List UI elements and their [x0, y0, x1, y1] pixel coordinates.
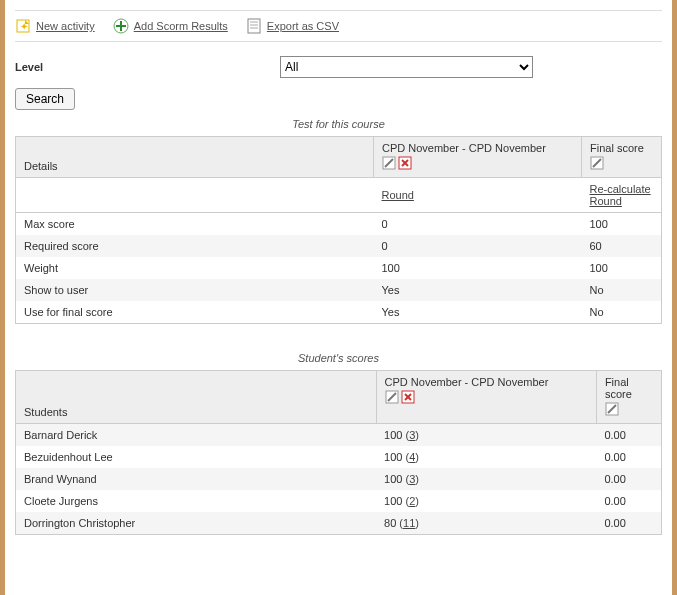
- round-link[interactable]: Round: [382, 189, 414, 201]
- sub-cpd: Round: [374, 178, 582, 213]
- new-activity-link[interactable]: ✦ New activity: [15, 18, 95, 34]
- attempts-link[interactable]: 11: [403, 517, 415, 529]
- student-score: 80 (11): [376, 512, 596, 535]
- row-final: 100: [582, 257, 662, 279]
- student-final: 0.00: [596, 446, 661, 468]
- row-final: No: [582, 279, 662, 301]
- scores-caption: Student's scores: [15, 352, 662, 364]
- export-csv-label: Export as CSV: [267, 20, 339, 32]
- add-scorm-label: Add Scorm Results: [134, 20, 228, 32]
- svg-text:✦: ✦: [20, 21, 28, 32]
- th-final-label: Final score: [590, 142, 644, 154]
- plus-icon: [113, 18, 129, 34]
- student-name: Dorrington Christopher: [16, 512, 377, 535]
- th-students: Students: [16, 371, 377, 424]
- svg-rect-6: [248, 19, 260, 33]
- row-label: Required score: [16, 235, 374, 257]
- tests-caption: Test for this course: [15, 118, 662, 130]
- table-row: Barnard Derick100 (3)0.00: [16, 424, 662, 447]
- student-score: 100 (4): [376, 446, 596, 468]
- edit-icon[interactable]: [590, 156, 604, 172]
- row-cpd: 0: [374, 235, 582, 257]
- filter-row: Level All: [15, 56, 662, 78]
- row-cpd: 0: [374, 213, 582, 236]
- edit-icon[interactable]: [605, 402, 619, 418]
- row-final: 100: [582, 213, 662, 236]
- svg-rect-5: [116, 25, 126, 27]
- row-label: Weight: [16, 257, 374, 279]
- table-row: Show to user Yes No: [16, 279, 662, 301]
- th-cpd: CPD November - CPD November: [374, 137, 582, 178]
- table-row: Brand Wynand100 (3)0.00: [16, 468, 662, 490]
- row-final: 60: [582, 235, 662, 257]
- th-cpd2: CPD November - CPD November: [376, 371, 596, 424]
- th-details-label: Details: [24, 160, 58, 172]
- row-label: Use for final score: [16, 301, 374, 324]
- table-row: Use for final score Yes No: [16, 301, 662, 324]
- row-label: Show to user: [16, 279, 374, 301]
- student-score: 100 (2): [376, 490, 596, 512]
- th-final2-label: Final score: [605, 376, 632, 400]
- edit-icon[interactable]: [385, 390, 399, 406]
- student-score: 100 (3): [376, 424, 596, 447]
- level-label: Level: [15, 61, 280, 73]
- scores-table: Students CPD November - CPD November Fin: [15, 370, 662, 535]
- sub-empty: [16, 178, 374, 213]
- export-csv-link[interactable]: Export as CSV: [246, 18, 339, 34]
- level-select[interactable]: All: [280, 56, 533, 78]
- edit-icon[interactable]: [382, 156, 396, 172]
- th-details: Details: [16, 137, 374, 178]
- row-final: No: [582, 301, 662, 324]
- add-scorm-link[interactable]: Add Scorm Results: [113, 18, 228, 34]
- row-label: Max score: [16, 213, 374, 236]
- new-activity-icon: ✦: [15, 18, 31, 34]
- th-students-label: Students: [24, 406, 67, 418]
- tests-table: Details CPD November - CPD November Fina: [15, 136, 662, 324]
- student-name: Barnard Derick: [16, 424, 377, 447]
- table-row: Bezuidenhout Lee100 (4)0.00: [16, 446, 662, 468]
- student-final: 0.00: [596, 512, 661, 535]
- student-final: 0.00: [596, 468, 661, 490]
- toolbar: ✦ New activity Add Scorm Results Export …: [15, 10, 662, 42]
- th-final: Final score: [582, 137, 662, 178]
- row-cpd: 100: [374, 257, 582, 279]
- table-row: Cloete Jurgens100 (2)0.00: [16, 490, 662, 512]
- sub-final: Re-calculate Round: [582, 178, 662, 213]
- export-icon: [246, 18, 262, 34]
- th-cpd-label: CPD November - CPD November: [382, 142, 546, 154]
- student-name: Bezuidenhout Lee: [16, 446, 377, 468]
- table-row: Dorrington Christopher80 (11)0.00: [16, 512, 662, 535]
- table-row: Max score 0 100: [16, 213, 662, 236]
- delete-icon[interactable]: [398, 156, 412, 172]
- delete-icon[interactable]: [401, 390, 415, 406]
- table-row: Required score 0 60: [16, 235, 662, 257]
- row-cpd: Yes: [374, 279, 582, 301]
- th-final2: Final score: [596, 371, 661, 424]
- row-cpd: Yes: [374, 301, 582, 324]
- th-cpd2-label: CPD November - CPD November: [385, 376, 549, 388]
- table-row: Weight 100 100: [16, 257, 662, 279]
- student-final: 0.00: [596, 424, 661, 447]
- search-button[interactable]: Search: [15, 88, 75, 110]
- student-name: Brand Wynand: [16, 468, 377, 490]
- new-activity-label: New activity: [36, 20, 95, 32]
- student-name: Cloete Jurgens: [16, 490, 377, 512]
- round-link-final[interactable]: Round: [590, 195, 622, 207]
- student-final: 0.00: [596, 490, 661, 512]
- student-score: 100 (3): [376, 468, 596, 490]
- recalculate-link[interactable]: Re-calculate: [590, 183, 651, 195]
